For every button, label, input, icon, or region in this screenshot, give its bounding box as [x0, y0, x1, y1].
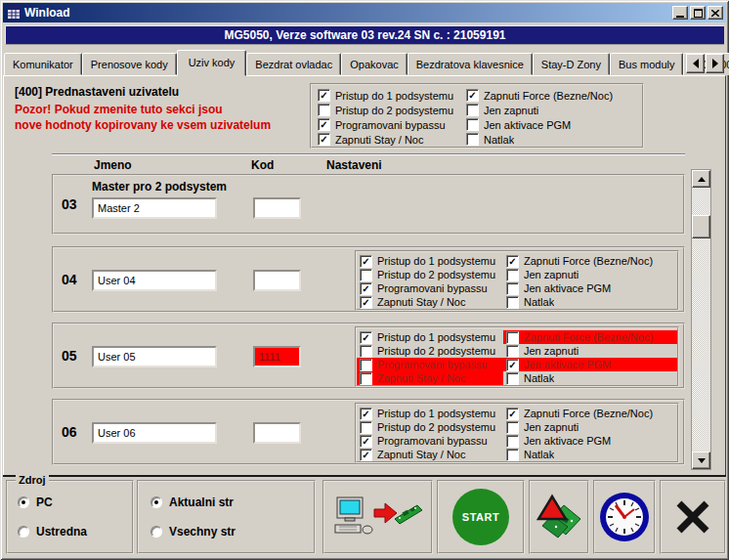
checkbox[interactable]: ✓: [360, 255, 372, 268]
tab-stay-d-zony[interactable]: Stay-D Zony: [533, 53, 610, 75]
option-pristup-do-1-podsystemu[interactable]: ✓Pristup do 1 podsystemu: [315, 88, 463, 103]
checkbox[interactable]: ✓: [318, 118, 330, 131]
option-pristup-do-2-podsystemu[interactable]: Pristup do 2 podsystemu: [357, 420, 503, 434]
tab-scroll-left-button[interactable]: [686, 54, 705, 73]
close-button[interactable]: [708, 6, 723, 20]
time-button[interactable]: [593, 480, 656, 554]
checkbox[interactable]: [466, 104, 479, 116]
checkbox[interactable]: [506, 435, 519, 448]
option-pristup-do-2-podsystemu[interactable]: Pristup do 2 podsystemu: [315, 103, 463, 117]
checkbox[interactable]: ✓: [466, 89, 479, 102]
option-programovani-bypassu[interactable]: ✓Programovani bypassu: [357, 281, 503, 295]
option-zapnuti-force-bezne-noc[interactable]: ✓Zapnuti Force (Bezne/Noc): [503, 254, 677, 268]
checkbox[interactable]: [506, 421, 519, 434]
radio-pc[interactable]: PC: [18, 495, 53, 509]
radio-aktualni-str[interactable]: Aktualni str: [150, 495, 234, 509]
option-jen-aktivace-pgm[interactable]: Jen aktivace PGM: [503, 281, 677, 295]
option-jen-zapnuti[interactable]: Jen zapnuti: [463, 103, 642, 117]
code-input[interactable]: [253, 346, 301, 367]
option-jen-zapnuti[interactable]: Jen zapnuti: [503, 420, 677, 434]
option-pristup-do-1-podsystemu[interactable]: ✓Pristup do 1 podsystemu: [357, 407, 503, 420]
checkbox[interactable]: ✓: [360, 449, 372, 461]
option-natlak[interactable]: Natlak: [503, 295, 677, 309]
checkbox[interactable]: ✓: [318, 133, 330, 146]
checkbox[interactable]: [318, 104, 330, 116]
checkbox[interactable]: [360, 359, 372, 371]
option-jen-zapnuti[interactable]: Jen zapnuti: [503, 344, 677, 358]
radio-button[interactable]: [150, 526, 162, 538]
option-zapnuti-stay-noc[interactable]: Zapnuti Stay / Noc: [357, 371, 503, 385]
option-pristup-do-2-podsystemu[interactable]: Pristup do 2 podsystemu: [357, 344, 503, 358]
checkbox[interactable]: [360, 421, 372, 434]
checkbox[interactable]: ✓: [318, 89, 330, 102]
write-to-panel-button[interactable]: [322, 480, 433, 554]
code-input[interactable]: [253, 197, 301, 219]
name-input[interactable]: [92, 346, 217, 367]
maximize-button[interactable]: [690, 6, 706, 20]
option-zapnuti-force-bezne-noc[interactable]: Zapnuti Force (Bezne/Noc): [503, 330, 677, 344]
scrollbar-down-button[interactable]: [692, 452, 710, 469]
option-pristup-do-2-podsystemu[interactable]: Pristup do 2 podsystemu: [357, 268, 503, 281]
name-input[interactable]: [92, 270, 217, 291]
checkbox[interactable]: [506, 345, 519, 358]
option-programovani-bypassu[interactable]: ✓Programovani bypassu: [315, 117, 463, 132]
checkbox[interactable]: [506, 282, 519, 295]
troubles-button[interactable]: [529, 480, 589, 554]
option-jen-aktivace-pgm[interactable]: Jen aktivace PGM: [503, 434, 677, 448]
option-jen-zapnuti[interactable]: Jen zapnuti: [503, 268, 677, 281]
tab-opakovac[interactable]: Opakovac: [341, 53, 407, 75]
checkbox[interactable]: ✓: [360, 331, 372, 344]
option-jen-aktivace-pgm[interactable]: Jen aktivace PGM: [463, 117, 642, 132]
radio-ustredna[interactable]: Ustredna: [18, 525, 87, 538]
exit-button[interactable]: [660, 480, 726, 554]
option-zapnuti-stay-noc[interactable]: ✓Zapnuti Stay / Noc: [315, 132, 463, 147]
tab-bezdratova-klavesnice[interactable]: Bezdratova klavesnice: [407, 53, 533, 75]
radio-button[interactable]: [18, 496, 29, 508]
tab-scroll-right-button[interactable]: [706, 54, 724, 73]
tab-prenosove-kody[interactable]: Prenosove kody: [82, 53, 177, 75]
option-zapnuti-stay-noc[interactable]: ✓Zapnuti Stay / Noc: [357, 448, 503, 461]
checkbox[interactable]: ✓: [506, 255, 519, 268]
checkbox[interactable]: ✓: [506, 408, 519, 420]
code-input[interactable]: [253, 422, 301, 444]
scrollbar-thumb[interactable]: [692, 215, 710, 238]
checkbox[interactable]: [506, 269, 519, 281]
checkbox[interactable]: [466, 118, 479, 131]
checkbox[interactable]: ✓: [360, 435, 372, 448]
checkbox[interactable]: [466, 133, 479, 146]
option-natlak[interactable]: Natlak: [503, 448, 677, 461]
option-programovani-bypassu[interactable]: ✓Programovani bypassu: [357, 434, 503, 448]
checkbox[interactable]: [506, 449, 519, 461]
tab-bezdrat-ovladac[interactable]: Bezdrat ovladac: [246, 53, 341, 75]
radio-button[interactable]: [18, 526, 29, 538]
checkbox[interactable]: ✓: [506, 359, 519, 371]
option-zapnuti-force-bezne-noc[interactable]: ✓Zapnuti Force (Bezne/Noc): [503, 407, 677, 420]
radio-button[interactable]: [150, 496, 162, 508]
option-pristup-do-1-podsystemu[interactable]: ✓Pristup do 1 podsystemu: [357, 254, 503, 268]
option-pristup-do-1-podsystemu[interactable]: ✓Pristup do 1 podsystemu: [357, 330, 503, 344]
option-natlak[interactable]: Natlak: [503, 371, 677, 385]
option-programovani-bypassu[interactable]: Programovani bypassu: [357, 358, 503, 371]
checkbox[interactable]: [360, 269, 372, 281]
code-input[interactable]: [253, 270, 301, 291]
minimize-button[interactable]: [672, 6, 688, 20]
name-input[interactable]: [92, 422, 217, 444]
user-list-scrollbar[interactable]: [691, 169, 711, 470]
checkbox[interactable]: [506, 296, 519, 309]
radio-vsechny-str[interactable]: Vsechny str: [150, 525, 236, 538]
checkbox[interactable]: ✓: [360, 296, 372, 309]
tab-bus-moduly[interactable]: Bus moduly: [610, 53, 683, 75]
name-input[interactable]: [92, 197, 217, 219]
option-natlak[interactable]: Natlak: [463, 132, 642, 147]
checkbox[interactable]: ✓: [360, 282, 372, 295]
tab-komunikator[interactable]: Komunikator: [4, 53, 82, 75]
option-jen-aktivace-pgm[interactable]: ✓Jen aktivace PGM: [503, 358, 677, 371]
option-zapnuti-stay-noc[interactable]: ✓Zapnuti Stay / Noc: [357, 295, 503, 309]
scrollbar-up-button[interactable]: [692, 170, 710, 188]
checkbox[interactable]: [360, 372, 372, 385]
checkbox[interactable]: [506, 372, 519, 385]
tab-uziv-kody[interactable]: Uziv kody: [177, 50, 247, 76]
start-button[interactable]: START: [437, 480, 525, 554]
checkbox[interactable]: ✓: [360, 408, 372, 420]
checkbox[interactable]: [506, 331, 519, 344]
